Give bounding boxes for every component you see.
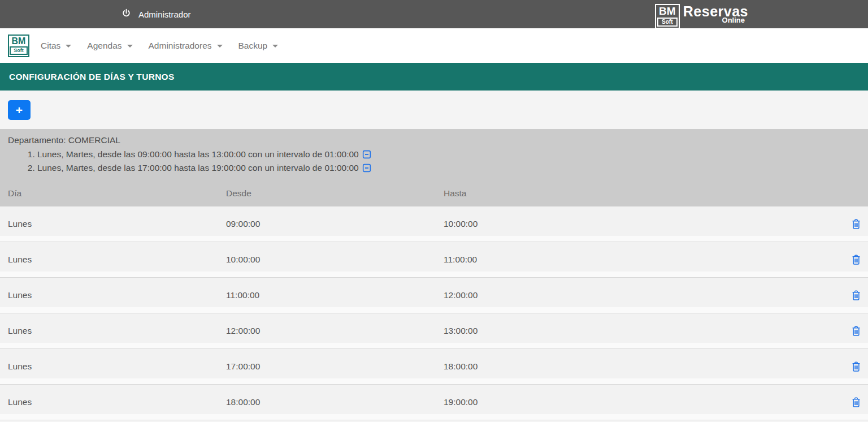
table-row: Lunes 17:00:00 18:00:00 — [0, 349, 868, 385]
cell-to: 18:00:00 — [444, 361, 835, 372]
user-label: Administrador — [138, 10, 191, 19]
section-header: CONFIGURACIÓN DE DÍAS Y TURNOS — [0, 63, 868, 91]
table-row: Lunes 09:00:00 10:00:00 — [0, 206, 868, 242]
trash-icon — [851, 290, 861, 301]
cell-to: 13:00:00 — [444, 326, 835, 336]
nav-menu-item[interactable]: Backup — [238, 41, 279, 51]
trash-icon — [851, 361, 861, 372]
header-desde: Desde — [226, 188, 444, 199]
cell-to: 19:00:00 — [444, 397, 835, 407]
delete-row-button[interactable] — [851, 325, 861, 337]
chevron-down-icon — [127, 45, 133, 48]
trash-icon — [851, 325, 861, 337]
brand-logo: BM Soft Reservas Online — [655, 4, 748, 29]
delete-row-button[interactable] — [851, 397, 861, 408]
delete-row-button[interactable] — [851, 254, 861, 265]
cell-from: 09:00:00 — [226, 219, 444, 229]
cell-to: 11:00:00 — [444, 255, 835, 265]
header-hasta: Hasta — [444, 188, 835, 199]
trash-icon — [851, 397, 861, 408]
navbar-home-logo[interactable]: BM Soft — [8, 35, 29, 57]
shift-list-item: Lunes, Martes, desde las 09:00:00 hasta … — [37, 148, 860, 161]
cell-from: 11:00:00 — [226, 290, 444, 300]
brand-subtitle: Online — [722, 16, 745, 24]
cell-from: 17:00:00 — [226, 361, 444, 372]
shift-list: Lunes, Martes, desde las 09:00:00 hasta … — [8, 148, 860, 175]
department-panel: Departamento: COMERCIAL Lunes, Martes, d… — [0, 129, 868, 180]
nav-menu-item[interactable]: Agendas — [87, 41, 132, 51]
shift-list-item: Lunes, Martes, desde las 17:00:00 hasta … — [37, 161, 860, 175]
cell-day: Lunes — [0, 361, 226, 372]
nav-menu-item[interactable]: Citas — [41, 41, 71, 51]
delete-row-button[interactable] — [851, 218, 861, 230]
cell-from: 18:00:00 — [226, 397, 444, 407]
remove-shift-button[interactable] — [362, 163, 371, 173]
bm-soft-logo: BM Soft — [655, 4, 680, 29]
chevron-down-icon — [66, 45, 71, 48]
logout-user-button[interactable]: Administrador — [121, 0, 191, 28]
nav-menu: Citas Agendas Administradores Backup — [41, 41, 278, 51]
main-navbar: BM Soft Citas Agendas Administradores Ba… — [0, 28, 868, 63]
table-header-row: Día Desde Hasta — [0, 180, 868, 206]
trash-icon — [851, 218, 861, 230]
table-row: Lunes 12:00:00 13:00:00 — [0, 313, 868, 349]
department-title: Departamento: COMERCIAL — [8, 134, 860, 147]
cell-to: 10:00:00 — [444, 219, 835, 229]
cell-from: 10:00:00 — [226, 255, 444, 265]
delete-row-button[interactable] — [851, 361, 861, 372]
cell-day: Lunes — [0, 290, 226, 300]
header-dia: Día — [0, 188, 226, 199]
table-row: Lunes 10:00:00 11:00:00 — [0, 242, 868, 278]
delete-row-button[interactable] — [851, 290, 861, 301]
nav-menu-item[interactable]: Administradores — [149, 41, 223, 51]
table-row: Lunes 11:00:00 12:00:00 — [0, 278, 868, 313]
remove-shift-button[interactable] — [362, 150, 371, 159]
cell-day: Lunes — [0, 326, 226, 336]
chevron-down-icon — [217, 45, 223, 48]
trash-icon — [851, 254, 861, 265]
chevron-down-icon — [272, 45, 278, 48]
table-body: Lunes 09:00:00 10:00:00 Lunes 1 — [0, 206, 868, 420]
cell-day: Lunes — [0, 219, 226, 229]
table-row: Lunes 18:00:00 19:00:00 — [0, 385, 868, 420]
cell-day: Lunes — [0, 255, 226, 265]
power-icon — [121, 8, 131, 20]
topbar: Administrador BM Soft Reservas Online — [0, 0, 868, 28]
cell-day: Lunes — [0, 397, 226, 407]
page-title: CONFIGURACIÓN DE DÍAS Y TURNOS — [9, 72, 175, 82]
add-shift-button[interactable]: + — [8, 100, 31, 120]
cell-to: 12:00:00 — [444, 290, 835, 300]
cell-from: 12:00:00 — [226, 326, 444, 336]
